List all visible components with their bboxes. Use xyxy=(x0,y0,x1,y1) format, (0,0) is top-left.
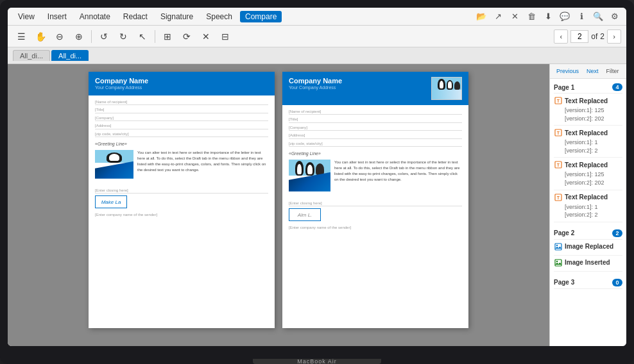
doc1-zipcode: [zip code, state/city] xyxy=(95,131,268,137)
split-view-btn[interactable]: ⊟ xyxy=(217,28,234,45)
doc2-signature-box: Alm L. xyxy=(289,208,321,221)
change-1-header: T Text Replaced xyxy=(554,96,622,105)
open-icon[interactable]: 📂 xyxy=(475,10,488,23)
doc2-header-penguin xyxy=(431,77,462,100)
close-compare-btn[interactable]: ✕ xyxy=(198,28,214,45)
laptop-label: MacBook Air xyxy=(297,358,337,364)
menu-insert[interactable]: Insert xyxy=(42,11,72,22)
doc2-sig-text: Alm L. xyxy=(298,211,313,219)
download-icon[interactable]: ⬇ xyxy=(542,10,554,23)
svg-rect-10 xyxy=(555,260,561,266)
text-replaced-icon-4: T xyxy=(554,193,563,202)
document-page-2: Company Name Your Company Address xyxy=(282,72,468,328)
page-2-label: Page 2 2 xyxy=(554,228,622,240)
page-1-label: Page 1 4 xyxy=(554,81,622,94)
menu-view[interactable]: View xyxy=(13,11,40,22)
change-image-inserted[interactable]: Image Inserted xyxy=(554,256,622,272)
filter-btn[interactable]: Filter xyxy=(604,67,622,76)
cursor-btn[interactable]: ↖ xyxy=(134,28,151,45)
doc2-company: [Company] xyxy=(289,125,462,131)
doc1-signature-box: Make La xyxy=(95,195,127,208)
doc1-content: [Name of recipient] [Title] [Company] [A… xyxy=(89,95,275,222)
next-btn[interactable]: Next xyxy=(584,67,601,76)
change-4-type: Text Replaced xyxy=(565,194,608,201)
doc2-closing: [Enter closing here] xyxy=(289,201,462,206)
doc2-penguin-image xyxy=(289,160,330,192)
change-text-replaced-4[interactable]: T Text Replaced [version:1]: 1 [version:… xyxy=(554,190,622,222)
compare-tab-1[interactable]: All_di... xyxy=(13,50,50,61)
compare-tabs: All_di... All_di... xyxy=(8,47,626,64)
svg-text:T: T xyxy=(557,163,560,167)
doc1-body-section: You can alter text in text here or selec… xyxy=(95,150,268,183)
change-2-detail-1: [version:1]: 1 xyxy=(554,138,622,147)
text-replaced-icon-1: T xyxy=(554,96,563,105)
doc1-footer: [Enter company name of the sender] xyxy=(95,212,268,217)
redo-btn[interactable]: ↻ xyxy=(115,28,132,45)
compare-tab-2[interactable]: All_di... xyxy=(51,50,89,61)
svg-point-9 xyxy=(556,245,558,246)
settings-icon[interactable]: ⚙ xyxy=(608,10,621,23)
trash-icon[interactable]: 🗑 xyxy=(525,10,538,23)
page-3-section: Page 3 0 xyxy=(550,274,626,292)
total-pages-label: 2 xyxy=(600,32,604,41)
toolbar: ☰ ✋ ⊖ ⊕ ↺ ↻ ↖ ⊞ ⟳ ✕ ⊟ ‹ 2 of 2 › xyxy=(8,26,626,47)
toolbar-sep1 xyxy=(91,30,92,43)
change-1-type: Text Replaced xyxy=(565,97,608,104)
change-text-replaced-1[interactable]: T Text Replaced [version:1]: 125 [versio… xyxy=(554,94,622,126)
doc2-header: Company Name Your Company Address xyxy=(282,72,468,105)
doc2-address: [Address] xyxy=(289,133,462,138)
doc2-zipcode: [zip code, state/city] xyxy=(289,141,462,147)
show-btn[interactable]: Show xyxy=(624,67,626,76)
zoom-in-btn[interactable]: ⊕ xyxy=(71,28,87,45)
sync-btn[interactable]: ⟳ xyxy=(178,28,195,45)
menu-annotate[interactable]: Annotate xyxy=(74,11,116,22)
main-area: Company Name Your Company Address [Name … xyxy=(8,64,626,346)
change-text-replaced-3[interactable]: T Text Replaced [version:1]: 125 [versio… xyxy=(554,158,622,190)
next-page-btn[interactable]: › xyxy=(607,29,621,44)
current-page-input[interactable]: 2 xyxy=(570,30,588,43)
page-1-count: 4 xyxy=(612,83,622,91)
doc1-company-name: Company Name xyxy=(95,77,268,85)
text-icon-svg-2: T xyxy=(554,129,562,136)
doc2-company-addr: Your Company Address xyxy=(289,85,426,90)
zoom-out-btn[interactable]: ⊖ xyxy=(51,28,68,45)
change-4-detail-1: [version:1]: 1 xyxy=(554,203,622,211)
change-text-replaced-2[interactable]: T Text Replaced [version:1]: 1 [version:… xyxy=(554,126,622,158)
page-3-count: 0 xyxy=(612,279,622,286)
page-of-label: of xyxy=(591,32,597,41)
close-doc-icon[interactable]: ✕ xyxy=(508,10,521,23)
document-page-1: Company Name Your Company Address [Name … xyxy=(89,72,275,328)
previous-btn[interactable]: Previous xyxy=(554,67,581,76)
prev-page-btn[interactable]: ‹ xyxy=(554,29,568,44)
menu-signature[interactable]: Signature xyxy=(155,11,198,22)
doc2-footer: [Enter company name of the sender] xyxy=(289,225,462,230)
page-compare-btn[interactable]: ⊞ xyxy=(159,28,176,45)
right-panel: Previous Next Filter Show Page 1 4 xyxy=(549,64,626,346)
change-3-type: Text Replaced xyxy=(565,161,608,169)
image-replaced-icon xyxy=(554,242,563,251)
share-icon[interactable]: ↗ xyxy=(492,10,504,23)
doc1-blue-diagonal xyxy=(95,161,133,179)
doc1-title: [Title] xyxy=(95,107,268,113)
toolbar-sep2 xyxy=(155,30,155,43)
svg-rect-8 xyxy=(555,244,561,250)
change-2-header: T Text Replaced xyxy=(554,128,622,137)
doc1-greeting: «Greeting Line» xyxy=(95,141,268,147)
info-icon[interactable]: ℹ xyxy=(575,10,588,23)
doc1-company: [Company] xyxy=(95,115,268,121)
menu-redact[interactable]: Redact xyxy=(118,11,153,22)
change-img-inserted-type: Image Inserted xyxy=(565,259,610,266)
change-2-detail-2: [version:2]: 2 xyxy=(554,147,622,155)
hand-tool-btn[interactable]: ✋ xyxy=(32,28,49,45)
change-3-detail-1: [version:1]: 125 xyxy=(554,170,622,179)
menu-speech[interactable]: Speech xyxy=(201,11,237,22)
svg-text:T: T xyxy=(557,131,560,135)
search-menu-icon[interactable]: 🔍 xyxy=(592,10,604,23)
change-image-replaced[interactable]: Image Replaced xyxy=(554,240,622,256)
menu-compare[interactable]: Compare xyxy=(240,11,282,22)
undo-btn[interactable]: ↺ xyxy=(96,28,112,45)
document-area[interactable]: Company Name Your Company Address [Name … xyxy=(8,64,549,346)
comment-icon[interactable]: 💬 xyxy=(558,10,571,23)
doc1-recipient: [Name of recipient] xyxy=(95,99,268,105)
sidebar-toggle-btn[interactable]: ☰ xyxy=(13,28,30,45)
